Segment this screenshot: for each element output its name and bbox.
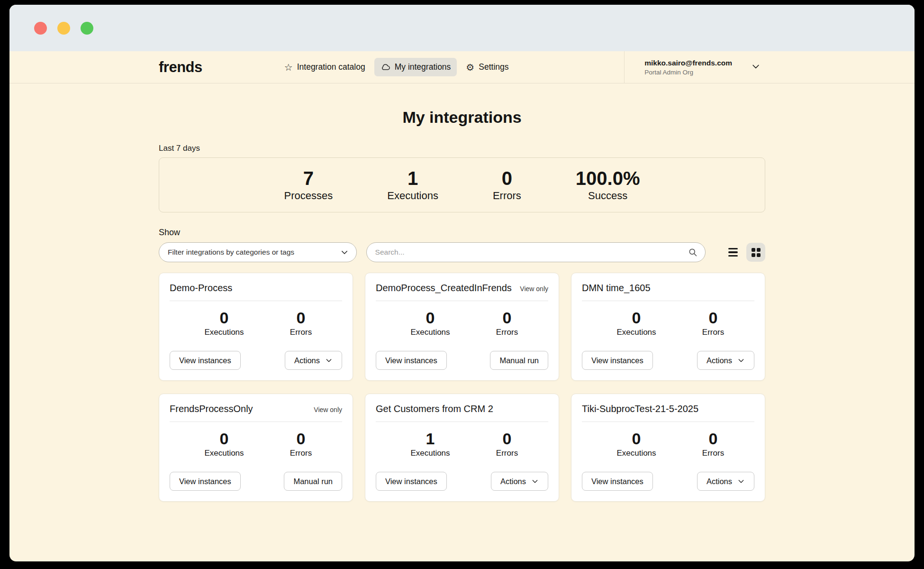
integration-cards-grid: Demo-Process 0 Executions 0 Errors View … xyxy=(159,273,765,521)
card-executions-label: Executions xyxy=(410,449,450,458)
manual-run-button[interactable]: Manual run xyxy=(490,351,548,370)
card-stats: 0 Executions 0 Errors xyxy=(376,309,548,337)
card-errors-value: 0 xyxy=(297,430,306,448)
stat-errors-value: 0 xyxy=(502,168,512,189)
card-errors-value: 0 xyxy=(709,309,718,327)
integration-card: DMN time_1605 0 Executions 0 Errors View… xyxy=(571,273,765,381)
view-instances-button[interactable]: View instances xyxy=(582,351,653,370)
card-errors-value: 0 xyxy=(297,309,306,327)
card-executions-value: 0 xyxy=(426,309,435,327)
chevron-down-icon[interactable] xyxy=(751,62,761,73)
list-view-toggle[interactable] xyxy=(724,243,743,262)
card-errors-value: 0 xyxy=(709,430,718,448)
integration-card: DemoProcess_CreatedInFrends View only 0 … xyxy=(365,273,559,381)
view-instances-label: View instances xyxy=(179,477,231,486)
integration-title: DMN time_1605 xyxy=(582,283,651,294)
card-stats: 1 Executions 0 Errors xyxy=(376,430,548,458)
integration-title: Get Customers from CRM 2 xyxy=(376,404,493,414)
chevron-down-icon xyxy=(531,477,539,485)
integration-card: FrendsProcessOnly View only 0 Executions… xyxy=(159,394,353,502)
filter-controls: Filter integrations by categories or tag… xyxy=(159,242,765,262)
view-only-badge: View only xyxy=(314,406,342,413)
stats-period-label: Last 7 days xyxy=(159,144,765,153)
user-org: Portal Admin Org xyxy=(644,69,732,76)
minimize-window-button[interactable] xyxy=(57,22,70,35)
nav-integration-catalog[interactable]: ☆ Integration catalog xyxy=(278,58,371,76)
nav-integration-catalog-label: Integration catalog xyxy=(297,62,365,72)
zoom-window-button[interactable] xyxy=(81,22,93,35)
user-email: mikko.sairo@frends.com xyxy=(644,59,732,67)
stat-processes-label: Processes xyxy=(284,190,333,202)
actions-label: Actions xyxy=(500,477,526,486)
integration-title: DemoProcess_CreatedInFrends xyxy=(376,283,512,294)
card-executions-label: Executions xyxy=(616,328,656,337)
stat-success: 100.0% Success xyxy=(576,168,640,202)
view-instances-button[interactable]: View instances xyxy=(376,472,447,491)
integration-title: Tiki-SubprocTest-21-5-2025 xyxy=(582,404,698,414)
stat-executions-label: Executions xyxy=(387,190,438,202)
star-icon: ☆ xyxy=(284,63,293,72)
card-stats: 0 Executions 0 Errors xyxy=(170,309,342,337)
card-executions-label: Executions xyxy=(204,449,244,458)
card-executions-label: Executions xyxy=(616,449,656,458)
page-title: My integrations xyxy=(159,108,765,127)
search-icon xyxy=(688,248,698,257)
category-filter-placeholder: Filter integrations by categories or tag… xyxy=(168,248,294,257)
browser-window: frends ☆ Integration catalog My integrat… xyxy=(9,5,915,561)
stat-executions: 1 Executions xyxy=(387,168,438,202)
manual-run-label: Manual run xyxy=(499,356,539,365)
stat-success-value: 100.0% xyxy=(576,168,640,189)
chevron-down-icon xyxy=(340,248,349,257)
card-errors-label: Errors xyxy=(290,449,312,458)
frends-logo: frends xyxy=(159,59,202,76)
card-executions-value: 0 xyxy=(632,430,641,448)
main-content: My integrations Last 7 days 7 Processes … xyxy=(159,108,765,521)
actions-button[interactable]: Actions xyxy=(285,351,342,370)
view-instances-label: View instances xyxy=(591,477,643,486)
grid-view-toggle[interactable] xyxy=(746,243,765,262)
stat-executions-value: 1 xyxy=(408,168,418,189)
view-instances-label: View instances xyxy=(179,356,231,365)
actions-button[interactable]: Actions xyxy=(491,472,548,491)
chevron-down-icon xyxy=(737,477,745,485)
nav-my-integrations[interactable]: My integrations xyxy=(374,58,457,76)
divider xyxy=(170,422,342,422)
card-executions-value: 0 xyxy=(632,309,641,327)
nav-settings[interactable]: ⚙ Settings xyxy=(460,58,515,76)
actions-button[interactable]: Actions xyxy=(697,351,754,370)
user-menu[interactable]: mikko.sairo@frends.com Portal Admin Org xyxy=(624,51,915,83)
nav-settings-label: Settings xyxy=(479,62,508,72)
stat-success-label: Success xyxy=(588,190,627,202)
traffic-lights xyxy=(34,22,93,35)
actions-button[interactable]: Actions xyxy=(697,472,754,491)
divider xyxy=(376,301,548,301)
search-box xyxy=(366,242,706,262)
manual-run-button[interactable]: Manual run xyxy=(284,472,342,491)
summary-stats-card: 7 Processes 1 Executions 0 Errors 100.0%… xyxy=(159,157,765,212)
window-titlebar xyxy=(9,5,915,51)
card-stats: 0 Executions 0 Errors xyxy=(170,430,342,458)
category-filter-dropdown[interactable]: Filter integrations by categories or tag… xyxy=(159,242,357,262)
card-executions-label: Executions xyxy=(204,328,244,337)
card-errors-label: Errors xyxy=(496,328,518,337)
card-errors-value: 0 xyxy=(503,309,512,327)
view-instances-label: View instances xyxy=(591,356,643,365)
view-only-badge: View only xyxy=(520,285,548,293)
card-executions-value: 0 xyxy=(220,430,229,448)
view-instances-button[interactable]: View instances xyxy=(170,472,241,491)
show-label: Show xyxy=(159,228,765,238)
view-instances-button[interactable]: View instances xyxy=(582,472,653,491)
grid-view-icon xyxy=(752,248,761,257)
actions-label: Actions xyxy=(707,477,732,486)
card-executions-label: Executions xyxy=(410,328,450,337)
card-errors-label: Errors xyxy=(702,449,724,458)
actions-label: Actions xyxy=(707,356,732,365)
view-instances-button[interactable]: View instances xyxy=(376,351,447,370)
close-window-button[interactable] xyxy=(34,22,47,35)
view-instances-button[interactable]: View instances xyxy=(170,351,241,370)
divider xyxy=(376,422,548,422)
stat-processes-value: 7 xyxy=(303,168,314,189)
main-nav: ☆ Integration catalog My integrations ⚙ … xyxy=(278,58,515,76)
search-input[interactable] xyxy=(375,248,688,257)
divider xyxy=(582,301,754,301)
